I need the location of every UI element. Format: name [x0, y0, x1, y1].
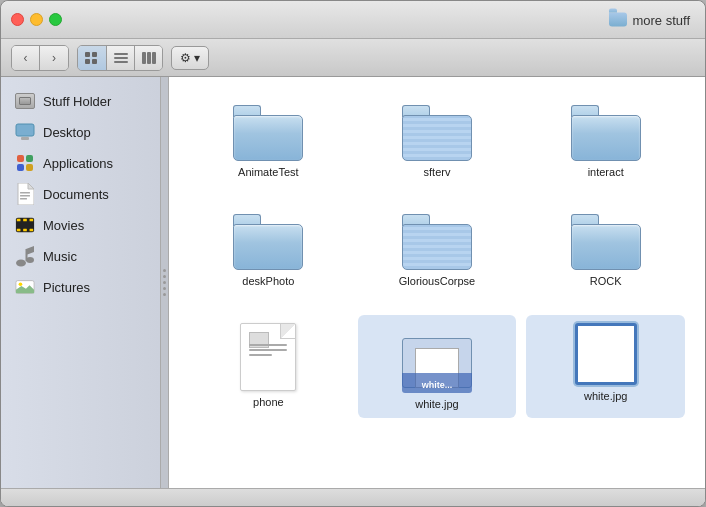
sidebar-movies-label: Movies: [43, 218, 84, 233]
toolbar: ‹ ›: [1, 39, 705, 77]
file-item-phone[interactable]: phone: [189, 315, 348, 418]
svg-rect-4: [114, 53, 128, 55]
folder-icon-animate-test: [233, 105, 303, 161]
svg-point-26: [16, 260, 26, 267]
action-button[interactable]: ⚙ ▾: [171, 46, 209, 70]
icon-view-button[interactable]: [78, 46, 106, 70]
svg-rect-25: [30, 229, 34, 232]
svg-rect-12: [17, 155, 24, 162]
sidebar-item-applications[interactable]: Applications: [5, 148, 156, 178]
pictures-icon: [15, 278, 35, 296]
traffic-lights: [11, 13, 62, 26]
svg-rect-18: [20, 198, 27, 200]
documents-icon: [16, 183, 34, 205]
file-label-white-jpg-folder: white.jpg: [415, 398, 458, 410]
file-label-sfterv: sfterv: [424, 166, 451, 178]
close-button[interactable]: [11, 13, 24, 26]
file-item-glorious-corpse[interactable]: GloriousCorpse: [358, 206, 517, 295]
back-button[interactable]: ‹: [12, 46, 40, 70]
sidebar-item-movies[interactable]: Movies: [5, 210, 156, 240]
file-item-deskphoto[interactable]: deskPhoto: [189, 206, 348, 295]
doc-icon-phone: [240, 323, 296, 391]
sidebar-pictures-label: Pictures: [43, 280, 90, 295]
content-area: Stuff Holder Desktop: [1, 77, 705, 488]
file-item-white-jpg-folder[interactable]: white... white.jpg: [358, 315, 517, 418]
svg-rect-0: [85, 52, 90, 57]
sidebar-item-stuff-holder[interactable]: Stuff Holder: [5, 86, 156, 116]
file-label-white-jpg: white.jpg: [584, 390, 627, 402]
file-label-glorious-corpse: GloriousCorpse: [399, 275, 475, 287]
sidebar-item-documents[interactable]: Documents: [5, 179, 156, 209]
sidebar-desktop-label: Desktop: [43, 125, 91, 140]
column-view-button[interactable]: [134, 46, 162, 70]
svg-rect-2: [85, 59, 90, 64]
file-label-animate-test: AnimateTest: [238, 166, 299, 178]
sidebar-item-pictures[interactable]: Pictures: [5, 272, 156, 302]
sidebar-item-desktop[interactable]: Desktop: [5, 117, 156, 147]
titlebar: more stuff: [1, 1, 705, 39]
svg-rect-23: [17, 229, 21, 232]
sidebar-documents-label: Documents: [43, 187, 109, 202]
file-label-phone: phone: [253, 396, 284, 408]
file-area: AnimateTest sfterv interact: [169, 77, 705, 488]
sidebar-music-label: Music: [43, 249, 77, 264]
sidebar-applications-label: Applications: [43, 156, 113, 171]
finder-window: more stuff ‹ ›: [0, 0, 706, 507]
svg-rect-6: [114, 61, 128, 63]
file-item-rock[interactable]: ROCK: [526, 206, 685, 295]
maximize-button[interactable]: [49, 13, 62, 26]
img-file-icon: [575, 323, 637, 385]
movies-icon: [15, 216, 35, 234]
svg-rect-21: [23, 219, 27, 222]
sidebar: Stuff Holder Desktop: [1, 77, 161, 488]
statusbar: [1, 488, 705, 506]
img-folder-icon: white...: [402, 323, 472, 393]
gear-icon: ⚙: [180, 51, 191, 65]
folder-icon-deskphoto: [233, 214, 303, 270]
resize-dot: [163, 281, 166, 284]
svg-rect-15: [26, 164, 33, 171]
resize-dot: [163, 287, 166, 290]
list-view-button[interactable]: [106, 46, 134, 70]
svg-rect-13: [26, 155, 33, 162]
file-item-interact[interactable]: interact: [526, 97, 685, 186]
svg-rect-8: [147, 52, 151, 64]
nav-buttons: ‹ ›: [11, 45, 69, 71]
applications-icon: [15, 153, 35, 173]
action-arrow-icon: ▾: [194, 51, 200, 65]
forward-button[interactable]: ›: [40, 46, 68, 70]
minimize-button[interactable]: [30, 13, 43, 26]
sidebar-item-music[interactable]: Music: [5, 241, 156, 271]
sidebar-stuff-holder-label: Stuff Holder: [43, 94, 111, 109]
svg-rect-3: [92, 59, 97, 64]
svg-point-30: [19, 282, 23, 286]
window-title-area: more stuff: [609, 12, 690, 27]
file-grid: AnimateTest sfterv interact: [189, 97, 685, 418]
svg-rect-16: [20, 192, 30, 194]
file-item-white-jpg[interactable]: white.jpg: [526, 315, 685, 418]
file-item-animate-test[interactable]: AnimateTest: [189, 97, 348, 186]
svg-rect-9: [152, 52, 156, 64]
file-label-interact: interact: [588, 166, 624, 178]
svg-rect-22: [30, 219, 34, 222]
folder-icon-rock: [571, 214, 641, 270]
svg-rect-20: [17, 219, 21, 222]
list-icon: [113, 51, 129, 65]
desktop-icon: [15, 123, 35, 141]
view-buttons: [77, 45, 163, 71]
music-icon: [16, 245, 34, 267]
svg-rect-1: [92, 52, 97, 57]
svg-rect-10: [16, 124, 34, 136]
resize-dot: [163, 293, 166, 296]
file-item-sfterv[interactable]: sfterv: [358, 97, 517, 186]
folder-icon-interact: [571, 105, 641, 161]
icon-grid-icon: [84, 51, 100, 65]
file-label-rock: ROCK: [590, 275, 622, 287]
window-folder-icon: [609, 13, 627, 27]
columns-icon: [141, 51, 157, 65]
file-label-deskphoto: deskPhoto: [242, 275, 294, 287]
sidebar-resize-handle[interactable]: [161, 77, 169, 488]
svg-rect-7: [142, 52, 146, 64]
folder-icon-sfterv: [402, 105, 472, 161]
svg-rect-24: [23, 229, 27, 232]
